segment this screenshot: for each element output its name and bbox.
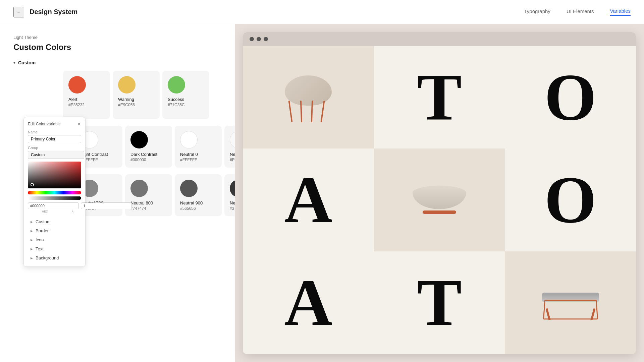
- color-card-alert[interactable]: Alert #E35232: [63, 71, 110, 119]
- color-swatch-neutral-100: [230, 131, 235, 148]
- sidebar-item-border[interactable]: ▶ Border: [28, 226, 81, 235]
- chevron-down-icon: ▾: [13, 61, 15, 65]
- alpha-slider[interactable]: [28, 196, 81, 200]
- tab-ui-elements[interactable]: UI Elements: [567, 8, 594, 15]
- preview-cell-letter-O2: O: [505, 148, 636, 251]
- edit-panel-header: Edit Color variable ✕: [28, 121, 81, 127]
- sidebar-item-label: Text: [36, 246, 44, 251]
- chevron-right-icon: ▶: [31, 247, 33, 251]
- color-card-neutral-800[interactable]: Neutral 800 #747474: [125, 174, 172, 216]
- chevron-right-icon: ▶: [31, 220, 33, 224]
- sidebar-item-icon[interactable]: ▶ Icon: [28, 235, 81, 244]
- preview-cell-table: [505, 251, 636, 354]
- sidebar-item-custom[interactable]: ▶ Custom: [28, 217, 81, 226]
- color-name-neutral-100: Neutral 100: [230, 152, 235, 157]
- preview-cell-chair1: [243, 46, 374, 148]
- color-name-success: Success: [168, 97, 184, 102]
- letter-O1: O: [544, 64, 597, 131]
- chevron-down-icon: ▾: [86, 153, 87, 157]
- sidebar-item-label: Icon: [36, 237, 44, 242]
- tab-variables[interactable]: Variables: [610, 8, 631, 16]
- color-swatch-neutral-800: [130, 180, 148, 197]
- sidebar-item-label: Custom: [36, 219, 51, 224]
- main-layout: Light Theme Custom Colors ▾ Custom Edit …: [0, 24, 644, 362]
- colors-row-2: Light Contrast #FFFFFF Dark Contrast #00…: [75, 126, 221, 168]
- color-card-dark-contrast[interactable]: Dark Contrast #000000: [125, 126, 172, 168]
- left-panel: Light Theme Custom Colors ▾ Custom Edit …: [0, 24, 235, 362]
- letter-T2: T: [417, 269, 462, 336]
- group-label: Group: [28, 146, 81, 150]
- custom-group-label: Custom: [18, 60, 36, 65]
- color-hex-success: #71C35C: [168, 103, 185, 107]
- color-card-neutral-1000[interactable]: Neutral 1000 #373737: [224, 174, 235, 216]
- color-hex-neutral-800: #747474: [130, 206, 146, 211]
- sidebar-item-text[interactable]: ▶ Text: [28, 244, 81, 253]
- color-card-warning[interactable]: Warning #E9C056: [113, 71, 160, 119]
- color-picker-gradient[interactable]: [28, 162, 81, 188]
- titlebar-dot-3: [264, 37, 268, 41]
- color-hex-neutral-900: #565656: [180, 206, 196, 211]
- back-button[interactable]: ←: [13, 7, 24, 17]
- color-picker-thumb[interactable]: [31, 183, 34, 186]
- group-input[interactable]: [28, 151, 84, 159]
- color-card-neutral-900[interactable]: Neutral 900 #565656: [175, 174, 222, 216]
- color-edit-panel: Edit Color variable ✕ Name Group ▾: [23, 117, 86, 267]
- nav-tabs: Typography UI Elements Variables: [524, 8, 631, 16]
- right-panel: T O A O: [235, 24, 644, 362]
- letter-A2: A: [284, 269, 332, 336]
- hex-input[interactable]: [28, 202, 79, 209]
- section-title: Custom Colors: [13, 43, 221, 52]
- preview-window: T O A O: [243, 32, 636, 354]
- color-card-neutral-0[interactable]: Neutral 0 #FFFFFF: [175, 126, 222, 168]
- colors-row-3: Neutral 700 #878787 Neutral 800 #747474 …: [75, 174, 221, 216]
- chevron-right-icon: ▶: [31, 229, 33, 233]
- color-swatch-neutral-1000: [230, 180, 235, 197]
- color-swatch-dark-contrast: [130, 131, 148, 148]
- letter-A1: A: [284, 166, 332, 233]
- group-select[interactable]: ▾: [28, 151, 81, 159]
- color-hex-warning: #E9C056: [118, 103, 135, 107]
- color-hex-neutral-0: #FFFFFF: [180, 158, 197, 162]
- edit-panel-title: Edit Color variable: [28, 122, 61, 126]
- color-hex-neutral-100: #F9F9F9: [230, 158, 235, 162]
- alpha-input[interactable]: [81, 202, 132, 209]
- sidebar-item-background[interactable]: ▶ Background: [28, 253, 81, 262]
- name-label: Name: [28, 130, 81, 134]
- preview-cell-letter-A1: A: [243, 148, 374, 251]
- name-field: Name: [28, 130, 81, 143]
- tab-typography[interactable]: Typography: [524, 8, 550, 15]
- color-card-neutral-100[interactable]: Neutral 100 #F9F9F9: [224, 126, 235, 168]
- preview-cell-letter-O1: O: [505, 46, 636, 148]
- hex-alpha-labels: HEX A: [28, 210, 81, 213]
- hex-label: HEX: [28, 210, 62, 213]
- letter-O2: O: [544, 166, 597, 233]
- color-name-neutral-900: Neutral 900: [180, 200, 203, 205]
- back-icon: ←: [16, 9, 21, 14]
- letter-T: T: [417, 64, 462, 131]
- color-name-neutral-800: Neutral 800: [130, 200, 153, 205]
- sidebar-item-label: Background: [36, 255, 59, 260]
- close-button[interactable]: ✕: [77, 121, 81, 127]
- color-swatch-warning: [118, 76, 136, 94]
- preview-titlebar: [243, 32, 636, 46]
- sidebar-item-label: Border: [36, 228, 49, 233]
- hue-slider[interactable]: [28, 191, 81, 194]
- header: ← Design System Typography UI Elements V…: [0, 0, 644, 24]
- chevron-right-icon: ▶: [31, 238, 33, 242]
- color-name-warning: Warning: [118, 97, 134, 102]
- color-swatch-neutral-0: [180, 131, 198, 148]
- color-categories: ▶ Custom ▶ Border ▶ Icon ▶ Text: [28, 217, 81, 262]
- color-name-neutral-1000: Neutral 1000: [230, 200, 235, 205]
- color-swatch-neutral-900: [180, 180, 198, 197]
- color-name-dark-contrast: Dark Contrast: [130, 152, 157, 157]
- preview-content: T O A O: [243, 46, 636, 354]
- color-card-success[interactable]: Success #71C35C: [162, 71, 209, 119]
- color-hex-neutral-1000: #373737: [230, 206, 235, 211]
- group-field: Group ▾: [28, 146, 81, 159]
- preview-cell-letter-T: T: [374, 46, 505, 148]
- color-swatch-alert: [68, 76, 86, 94]
- theme-label: Light Theme: [13, 35, 221, 40]
- preview-cell-letter-A2: A: [243, 251, 374, 354]
- name-input[interactable]: [28, 135, 81, 143]
- preview-cell-bowl: [374, 148, 505, 251]
